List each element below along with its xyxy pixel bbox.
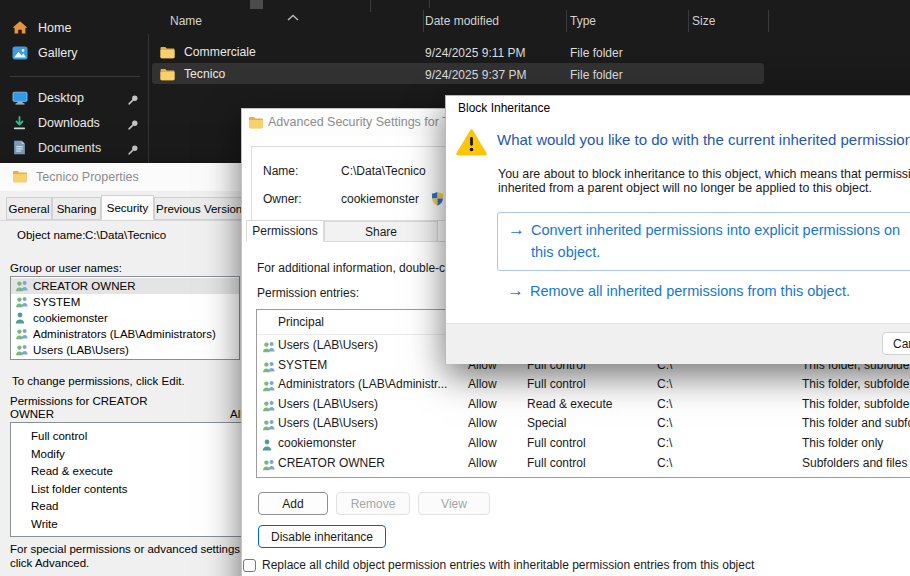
- desktop-icon: [12, 91, 28, 109]
- object-name-label: Object name:: [17, 229, 85, 241]
- column-header-size[interactable]: Size: [692, 14, 715, 28]
- remove-button[interactable]: Remove: [336, 492, 410, 515]
- column-header-type[interactable]: Type: [570, 14, 596, 28]
- permission-item[interactable]: Write: [11, 516, 243, 534]
- view-button[interactable]: View: [418, 492, 490, 515]
- list-item-cookiemonster[interactable]: cookiemonster: [11, 310, 239, 326]
- table-row[interactable]: Users (LAB\Users) Allow Special C:\ This…: [257, 414, 910, 434]
- sidebar-item-downloads[interactable]: Downloads: [4, 111, 150, 135]
- pin-icon[interactable]: [127, 92, 139, 110]
- column-header-date[interactable]: Date modified: [425, 14, 499, 28]
- list-item-users[interactable]: Users (LAB\Users): [11, 342, 239, 358]
- folder-icon: [159, 45, 176, 63]
- list-item-system[interactable]: SYSTEM: [11, 294, 239, 310]
- column-resizer[interactable]: [688, 10, 689, 32]
- tecnico-properties-window: Tecnico Properties General Sharing Secur…: [0, 163, 245, 576]
- scrollbar-fragment[interactable]: [250, 0, 263, 9]
- block-inheritance-dialog: Block Inheritance What would you like to…: [445, 95, 910, 364]
- remove-permissions-command-link[interactable]: → Remove all inherited permissions from …: [497, 278, 910, 304]
- advanced-hint-line1: For special permissions or advanced sett…: [10, 543, 243, 555]
- tab-general[interactable]: General: [6, 197, 52, 220]
- table-header-principal[interactable]: Principal: [278, 315, 324, 329]
- column-header-name[interactable]: Name: [170, 14, 202, 28]
- gallery-icon: [12, 46, 28, 64]
- tab-baseline: [0, 220, 244, 221]
- disable-inheritance-button[interactable]: Disable inheritance: [258, 525, 386, 548]
- group-icon: [262, 458, 276, 478]
- pin-icon[interactable]: [127, 117, 139, 135]
- table-row[interactable]: Administrators (LAB\Administr... Allow F…: [257, 375, 910, 395]
- sidebar-item-gallery[interactable]: Gallery: [4, 41, 150, 65]
- sidebar-item-label: Home: [38, 16, 71, 40]
- sidebar-item-documents[interactable]: Documents: [4, 136, 150, 160]
- folder-icon: [12, 170, 28, 185]
- owner-label: Owner:: [263, 192, 302, 206]
- pin-icon[interactable]: [127, 142, 139, 160]
- permission-entries-label: Permission entries:: [257, 286, 359, 300]
- add-button[interactable]: Add: [258, 492, 328, 515]
- group-user-names-label: Group or user names:: [10, 262, 122, 274]
- replace-permissions-checkbox[interactable]: [243, 559, 256, 572]
- arrow-right-icon: →: [508, 220, 525, 240]
- permission-item[interactable]: Read & execute: [11, 463, 243, 481]
- cancel-button[interactable]: Cancel: [882, 332, 910, 355]
- replace-permissions-label: Replace all child object permission entr…: [262, 559, 754, 572]
- column-resizer[interactable]: [566, 10, 567, 32]
- block-titlebar[interactable]: Block Inheritance: [446, 96, 910, 121]
- file-type: File folder: [570, 46, 623, 60]
- divider: [370, 0, 371, 12]
- convert-permissions-command-link[interactable]: → Convert inherited permissions into exp…: [497, 212, 910, 271]
- owner-value: cookiemonster: [341, 192, 419, 206]
- permission-item[interactable]: List folder contents: [11, 481, 243, 499]
- group-icon: [15, 344, 29, 360]
- name-value: C:\Data\Tecnico: [341, 164, 426, 178]
- window-title: Block Inheritance: [458, 96, 550, 121]
- folder-icon: [159, 67, 176, 85]
- tab-permissions[interactable]: Permissions: [246, 220, 324, 242]
- group-user-names-list: CREATOR OWNER SYSTEM cookiemonster Admin…: [10, 276, 240, 360]
- block-heading: What would you like to do with the curre…: [497, 130, 910, 150]
- documents-icon: [13, 140, 26, 159]
- advanced-hint-line2: click Advanced.: [10, 557, 89, 569]
- tab-previous-versions[interactable]: Previous Versions: [154, 197, 250, 220]
- permission-item[interactable]: Read: [11, 498, 243, 516]
- column-resizer[interactable]: [423, 10, 424, 32]
- sidebar-item-home[interactable]: Home: [4, 16, 150, 40]
- remove-link-label: Remove all inherited permissions from th…: [530, 280, 850, 302]
- file-name: Tecnico: [184, 67, 225, 81]
- dialog-footer: Cancel: [446, 323, 910, 364]
- table-row[interactable]: CREATOR OWNER Allow Full control C:\ Sub…: [257, 454, 910, 474]
- sidebar-item-label: Desktop: [38, 86, 84, 110]
- tab-security[interactable]: Security: [101, 195, 154, 220]
- sidebar-item-label: Documents: [38, 136, 101, 160]
- table-row[interactable]: cookiemonster Allow Full control C:\ Thi…: [257, 434, 910, 454]
- downloads-icon: [12, 116, 27, 134]
- object-name-value: C:\Data\Tecnico: [85, 229, 166, 241]
- file-row-tecnico[interactable]: Tecnico 9/24/2025 9:37 PM File folder: [152, 63, 764, 84]
- permission-item[interactable]: Full control: [11, 428, 243, 446]
- convert-link-line2: this object.: [531, 241, 600, 263]
- list-item-administrators[interactable]: Administrators (LAB\Administrators): [11, 326, 239, 342]
- sidebar-item-desktop[interactable]: Desktop: [4, 86, 150, 110]
- file-type: File folder: [570, 68, 623, 82]
- folder-icon: [248, 116, 264, 132]
- arrow-right-icon: →: [507, 281, 524, 301]
- screen: Name Date modified Type Size Commerciale…: [0, 0, 910, 576]
- block-body-line2: inherited from a parent object will no l…: [498, 181, 872, 195]
- block-body-line1: You are about to block inheritance to th…: [498, 167, 910, 181]
- permissions-for-label-line2: OWNER: [10, 408, 54, 420]
- convert-link-line1: Convert inherited permissions into expli…: [531, 219, 900, 241]
- permission-item[interactable]: Modify: [11, 446, 243, 464]
- table-row[interactable]: Users (LAB\Users) Allow Read & execute C…: [257, 395, 910, 415]
- properties-titlebar[interactable]: Tecnico Properties: [0, 163, 244, 191]
- sidebar-item-label: Gallery: [38, 41, 78, 65]
- file-date: 9/24/2025 9:37 PM: [425, 68, 526, 82]
- uac-shield-icon: [431, 191, 444, 209]
- column-resizer[interactable]: [768, 10, 769, 32]
- tab-sharing[interactable]: Sharing: [52, 197, 101, 220]
- tab-share[interactable]: Share: [324, 221, 438, 242]
- edit-hint-text: To change permissions, click Edit.: [12, 375, 185, 387]
- list-item-creator-owner[interactable]: CREATOR OWNER: [11, 278, 239, 294]
- file-row-commerciale[interactable]: Commerciale 9/24/2025 9:11 PM File folde…: [152, 42, 764, 62]
- file-date: 9/24/2025 9:11 PM: [425, 46, 526, 60]
